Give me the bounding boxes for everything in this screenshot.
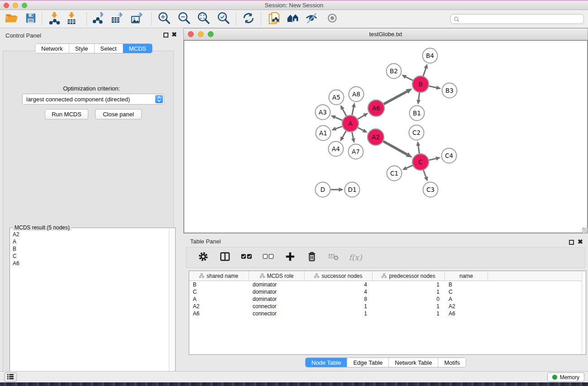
table-row[interactable]: Bdominator41B <box>189 281 582 288</box>
graph-node-A4[interactable]: A4 <box>329 142 344 157</box>
tab-mcds[interactable]: MCDS <box>123 44 152 53</box>
graph-node-C3[interactable]: C3 <box>423 182 438 197</box>
delete-column-button[interactable] <box>304 250 320 265</box>
mcds-result-list[interactable]: A2ABCA6 <box>10 231 169 383</box>
export-image-button[interactable] <box>129 12 145 26</box>
table-row[interactable]: Cdominator41C <box>189 288 582 295</box>
graph-edge-B-B1[interactable] <box>419 93 420 100</box>
graph-edge-A6-B[interactable] <box>384 91 407 104</box>
graph-edge-B-B3[interactable] <box>429 86 437 88</box>
function-builder-button[interactable]: f(x) <box>348 250 363 265</box>
graph-node-D1[interactable]: D1 <box>345 182 360 197</box>
show-all-button[interactable] <box>324 12 340 26</box>
graph-node-B3[interactable]: B3 <box>442 83 457 98</box>
column-header-predecessor-nodes[interactable]: predecessor nodes <box>373 271 445 281</box>
graph-node-B2[interactable]: B2 <box>387 64 402 79</box>
tab-node-table[interactable]: Node Table <box>306 358 348 367</box>
new-column-button[interactable] <box>282 250 298 265</box>
graph-node-C4[interactable]: C4 <box>442 148 457 163</box>
graph-node-A[interactable]: A <box>342 115 359 132</box>
tab-style[interactable]: Style <box>69 44 95 53</box>
graph-node-A8[interactable]: A8 <box>349 87 364 102</box>
hide-selected-button[interactable] <box>303 12 320 26</box>
graph-edge-A-A3[interactable] <box>335 117 342 120</box>
graph-node-D[interactable]: D <box>316 182 330 197</box>
close-panel-button[interactable]: Close panel <box>95 109 142 119</box>
first-neighbors-button[interactable] <box>285 12 301 26</box>
graph-node-B4[interactable]: B4 <box>423 48 438 63</box>
graph-edge-A-A1[interactable] <box>336 126 342 129</box>
mcds-result-item[interactable]: A <box>13 238 169 245</box>
graph-edge-A-A7[interactable] <box>352 132 354 138</box>
close-panel-icon[interactable]: ✖ <box>578 238 583 245</box>
mcds-result-item[interactable]: A6 <box>13 260 169 267</box>
tab-edge-table[interactable]: Edge Table <box>347 358 389 367</box>
column-header-shared-name[interactable]: shared name <box>189 271 249 281</box>
import-table-button[interactable] <box>63 12 80 26</box>
resize-grip[interactable] <box>582 228 588 233</box>
graph-edge-A-A4[interactable] <box>343 131 346 138</box>
graph-edge-A-A2[interactable] <box>358 128 363 130</box>
open-session-button[interactable] <box>4 12 20 26</box>
export-table-button[interactable] <box>109 12 125 26</box>
graph-edge-A2-C[interactable] <box>383 141 407 154</box>
import-network-button[interactable] <box>46 12 62 26</box>
close-panel-icon[interactable]: ✖ <box>172 31 177 38</box>
table-row[interactable]: A6connector11A6 <box>189 310 582 317</box>
tab-select[interactable]: Select <box>95 44 123 53</box>
graph-node-A1[interactable]: A1 <box>316 126 331 141</box>
export-network-button[interactable] <box>91 12 107 26</box>
zoom-fit-button[interactable] <box>196 12 212 26</box>
result-scrollbar[interactable] <box>169 229 175 383</box>
table-mode-button[interactable] <box>196 250 211 265</box>
graph-node-A3[interactable]: A3 <box>316 105 330 120</box>
show-columns-button[interactable] <box>217 250 233 265</box>
graph-edge-B-B4[interactable] <box>423 68 426 76</box>
mcds-result-item[interactable]: B <box>13 245 169 253</box>
select-all-button[interactable] <box>239 250 254 265</box>
duplicate-network-button[interactable] <box>266 12 282 26</box>
float-panel-icon[interactable] <box>569 240 574 245</box>
criterion-dropdown[interactable]: largest connected component (directed) <box>22 94 164 105</box>
graph-edge-A-A8[interactable] <box>352 107 354 115</box>
mcds-result-item[interactable]: A2 <box>13 231 169 238</box>
float-panel-icon[interactable] <box>163 33 168 38</box>
graph-node-C1[interactable]: C1 <box>387 166 402 181</box>
graph-edge-A-A6[interactable] <box>358 115 364 119</box>
graph-edge-C-C1[interactable] <box>406 166 413 168</box>
graph-edge-C-C3[interactable] <box>423 170 426 177</box>
memory-button[interactable]: Memory <box>547 372 584 382</box>
run-mcds-button[interactable]: Run MCDS <box>45 109 88 119</box>
zoom-in-button[interactable] <box>156 12 172 26</box>
zoom-selected-button[interactable] <box>215 12 232 26</box>
network-canvas[interactable]: B4B2BB3A8A5A6A3B1AC2A1A2A4A7C4CC1C3DD1 <box>184 40 588 233</box>
delete-table-button[interactable] <box>326 250 341 265</box>
graph-edge-C-C2[interactable] <box>418 146 419 153</box>
graph-node-B[interactable]: B <box>412 76 429 92</box>
apply-layout-button[interactable] <box>240 12 257 26</box>
graph-node-C2[interactable]: C2 <box>409 125 424 140</box>
graph-edge-B-B2[interactable] <box>406 77 413 81</box>
search-input[interactable] <box>450 14 584 24</box>
graph-node-A2[interactable]: A2 <box>368 129 384 145</box>
column-header-name[interactable]: name <box>445 271 488 281</box>
tab-network[interactable]: Network <box>35 44 69 53</box>
graph-edge-C-C4[interactable] <box>429 158 436 160</box>
graph-node-A7[interactable]: A7 <box>349 144 363 159</box>
graph-node-B1[interactable]: B1 <box>410 106 425 121</box>
table-row[interactable]: Adominator80A <box>189 295 582 303</box>
tab-network-table[interactable]: Network Table <box>389 358 438 367</box>
table-row[interactable]: A2connector11A2 <box>189 303 582 310</box>
graph-node-C[interactable]: C <box>412 154 429 170</box>
zoom-out-button[interactable] <box>176 12 192 26</box>
table-scrollbar[interactable] <box>582 271 586 354</box>
column-header-successor-nodes[interactable]: successor nodes <box>305 271 373 281</box>
save-session-button[interactable] <box>23 12 39 26</box>
deselect-all-button[interactable] <box>261 250 276 265</box>
graph-edge-A-A5[interactable] <box>343 109 346 116</box>
mcds-result-item[interactable]: C <box>13 253 169 260</box>
column-header-mcds-role[interactable]: MCDS role <box>249 271 305 281</box>
task-history-button[interactable] <box>4 372 17 382</box>
tab-motifs[interactable]: Motifs <box>438 358 466 367</box>
graph-node-A6[interactable]: A6 <box>368 100 384 116</box>
